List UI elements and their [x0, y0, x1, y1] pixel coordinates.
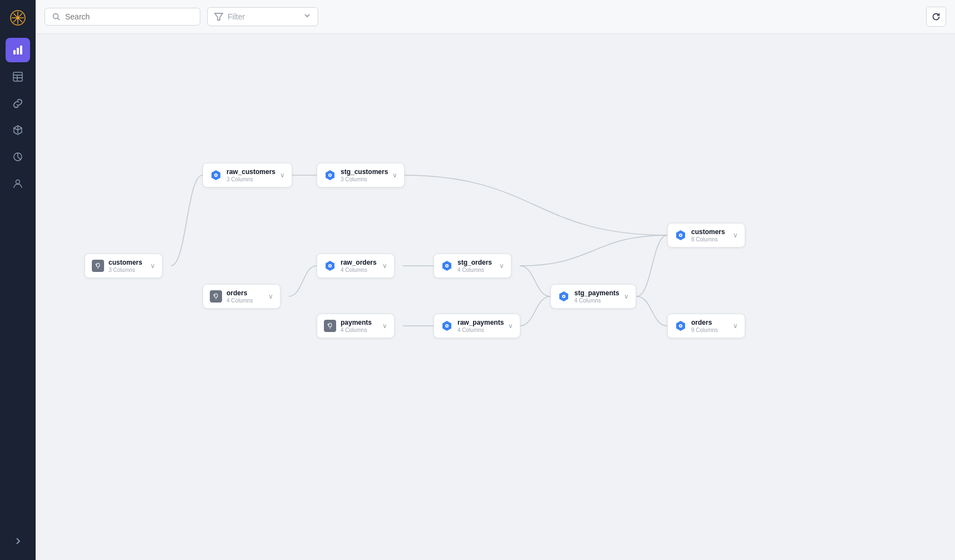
svg-point-37	[329, 324, 332, 327]
svg-rect-8	[20, 46, 22, 54]
node-info-stg_customers: stg_customers 3 Columns	[341, 168, 388, 182]
svg-line-16	[58, 18, 60, 21]
refresh-button[interactable]	[926, 7, 946, 27]
connection-stg_payments-to-orders_dst	[637, 296, 667, 326]
node-subtitle-stg_customers: 3 Columns	[341, 176, 388, 182]
node-info-raw_payments: raw_payments 4 Columns	[457, 319, 504, 333]
node-chevron-stg_customers[interactable]: ∨	[392, 171, 397, 179]
node-chevron-stg_orders[interactable]: ∨	[499, 262, 504, 270]
node-stg_orders[interactable]: stg_orders 4 Columns ∨	[434, 254, 511, 278]
svg-rect-7	[17, 48, 19, 54]
svg-point-23	[215, 175, 216, 176]
node-orders_src[interactable]: orders 4 Columns ∨	[203, 284, 280, 309]
svg-point-41	[446, 325, 447, 326]
filter-chevron-icon	[303, 12, 311, 22]
node-subtitle-raw_payments: 4 Columns	[457, 327, 504, 333]
svg-point-15	[53, 14, 58, 19]
node-chevron-stg_payments[interactable]: ∨	[624, 293, 629, 300]
node-raw_payments[interactable]: raw_payments 4 Columns ∨	[434, 314, 520, 338]
connection-stg_payments-to-customers_dst	[637, 235, 667, 296]
node-title-raw_orders: raw_orders	[341, 259, 378, 266]
node-subtitle-customers_dst: 8 Columns	[691, 236, 728, 242]
node-chevron-customers_src[interactable]: ∨	[150, 262, 155, 270]
node-title-stg_orders: stg_orders	[457, 259, 495, 266]
svg-point-14	[16, 180, 20, 184]
sidebar-item-users[interactable]	[6, 171, 30, 196]
node-title-customers_src: customers	[109, 259, 146, 266]
node-stg_customers[interactable]: stg_customers 3 Columns ∨	[317, 163, 405, 187]
sidebar-item-cube[interactable]	[6, 118, 30, 142]
sidebar-item-reports[interactable]	[6, 145, 30, 169]
node-info-raw_customers: raw_customers 3 Columns	[227, 168, 275, 182]
main-content: Filter customers 3 C	[36, 0, 955, 560]
sidebar	[0, 0, 36, 560]
node-orders_dst[interactable]: orders 9 Columns ∨	[667, 314, 745, 338]
node-chevron-orders_src[interactable]: ∨	[268, 293, 273, 300]
sidebar-item-link[interactable]	[6, 91, 30, 116]
svg-rect-6	[13, 50, 16, 54]
svg-point-32	[446, 265, 447, 266]
chevron-right-icon	[13, 537, 22, 546]
svg-point-26	[329, 175, 331, 176]
node-subtitle-stg_payments: 4 Columns	[574, 298, 619, 304]
svg-point-34	[215, 294, 218, 298]
sidebar-item-table[interactable]	[6, 65, 30, 89]
node-chevron-raw_orders[interactable]: ∨	[382, 262, 387, 270]
node-title-orders_src: orders	[227, 289, 264, 297]
node-title-orders_dst: orders	[691, 319, 728, 326]
svg-marker-17	[215, 13, 223, 20]
node-chevron-raw_customers[interactable]: ∨	[280, 171, 285, 179]
connection-customers_src-to-raw_customers	[171, 175, 203, 266]
node-customers_dst[interactable]: customers 8 Columns ∨	[667, 223, 745, 247]
connections-overlay	[36, 34, 955, 560]
node-customers_src[interactable]: customers 3 Columns ∨	[85, 254, 163, 278]
node-info-raw_orders: raw_orders 4 Columns	[341, 259, 378, 273]
sidebar-item-charts[interactable]	[6, 38, 30, 62]
node-title-raw_payments: raw_payments	[457, 319, 504, 326]
node-title-stg_customers: stg_customers	[341, 168, 388, 176]
svg-point-47	[680, 235, 681, 236]
svg-point-35	[215, 295, 215, 295]
filter-icon	[214, 12, 223, 21]
node-info-orders_dst: orders 9 Columns	[691, 319, 728, 333]
connection-stg_customers-to-customers_dst	[403, 175, 667, 235]
filter-dropdown[interactable]: Filter	[207, 7, 318, 26]
bar-chart-icon	[12, 44, 23, 56]
node-subtitle-payments_src: 4 Columns	[341, 327, 378, 333]
node-chevron-payments_src[interactable]: ∨	[382, 322, 387, 330]
svg-point-38	[329, 324, 329, 325]
node-raw_customers[interactable]: raw_customers 3 Columns ∨	[203, 163, 292, 187]
node-info-stg_payments: stg_payments 4 Columns	[574, 289, 619, 304]
user-icon	[12, 178, 23, 189]
svg-point-5	[17, 17, 19, 19]
node-info-stg_orders: stg_orders 4 Columns	[457, 259, 495, 273]
node-chevron-raw_payments[interactable]: ∨	[508, 322, 513, 330]
app-logo	[7, 7, 29, 29]
connection-orders_src-to-raw_orders	[289, 266, 317, 296]
svg-point-29	[329, 265, 331, 266]
node-subtitle-raw_orders: 4 Columns	[341, 267, 378, 273]
node-subtitle-orders_dst: 9 Columns	[691, 327, 728, 333]
node-subtitle-orders_src: 4 Columns	[227, 298, 264, 304]
svg-rect-9	[13, 72, 22, 81]
node-info-customers_dst: customers 8 Columns	[691, 228, 728, 242]
connection-stg_orders-to-customers_dst	[520, 235, 667, 266]
node-chevron-customers_dst[interactable]: ∨	[733, 231, 738, 239]
refresh-icon	[932, 12, 941, 21]
search-box[interactable]	[45, 8, 200, 26]
table-icon	[12, 71, 23, 82]
node-raw_orders[interactable]: raw_orders 4 Columns ∨	[317, 254, 395, 278]
node-subtitle-stg_orders: 4 Columns	[457, 267, 495, 273]
node-subtitle-raw_customers: 3 Columns	[227, 176, 275, 182]
toolbar: Filter	[36, 0, 955, 34]
sidebar-expand-button[interactable]	[6, 529, 30, 553]
connection-raw_payments-to-stg_payments	[520, 296, 550, 326]
node-payments_src[interactable]: payments 4 Columns ∨	[317, 314, 395, 338]
node-chevron-orders_dst[interactable]: ∨	[733, 322, 738, 330]
filter-label: Filter	[228, 12, 299, 21]
node-subtitle-customers_src: 3 Columns	[109, 267, 146, 273]
node-info-customers_src: customers 3 Columns	[109, 259, 146, 273]
node-stg_payments[interactable]: stg_payments 4 Columns ∨	[550, 284, 636, 309]
search-input[interactable]	[65, 12, 193, 21]
lineage-canvas: customers 3 Columns ∨ raw_customers 3 Co…	[36, 34, 955, 560]
